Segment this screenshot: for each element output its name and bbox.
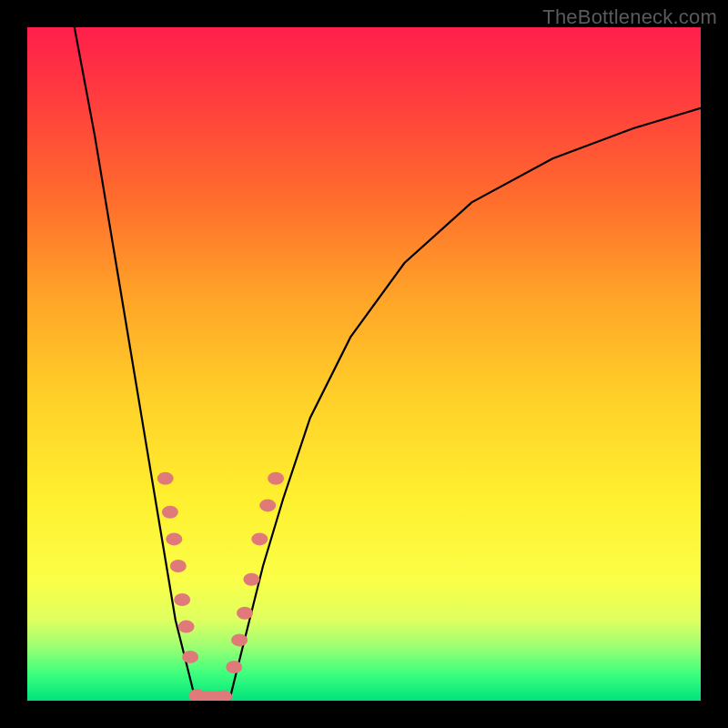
bottleneck-curve <box>75 27 701 701</box>
curve-marker <box>166 532 182 545</box>
curve-marker <box>174 593 190 606</box>
curve-marker <box>237 607 253 620</box>
watermark-text: TheBottleneck.com <box>542 5 717 29</box>
curve-marker <box>243 573 259 586</box>
curve-marker <box>231 633 248 646</box>
curve-marker <box>178 621 195 633</box>
curve-marker <box>170 560 187 572</box>
marker-group <box>157 472 284 701</box>
chart-svg <box>27 27 701 701</box>
curve-marker <box>157 472 174 485</box>
curve-marker <box>226 661 242 673</box>
curve-marker <box>182 651 198 663</box>
curve-marker <box>162 506 178 519</box>
chart-plot-area <box>27 27 701 701</box>
curve-marker <box>251 532 268 545</box>
curve-marker <box>268 472 284 485</box>
curve-marker <box>259 499 276 511</box>
